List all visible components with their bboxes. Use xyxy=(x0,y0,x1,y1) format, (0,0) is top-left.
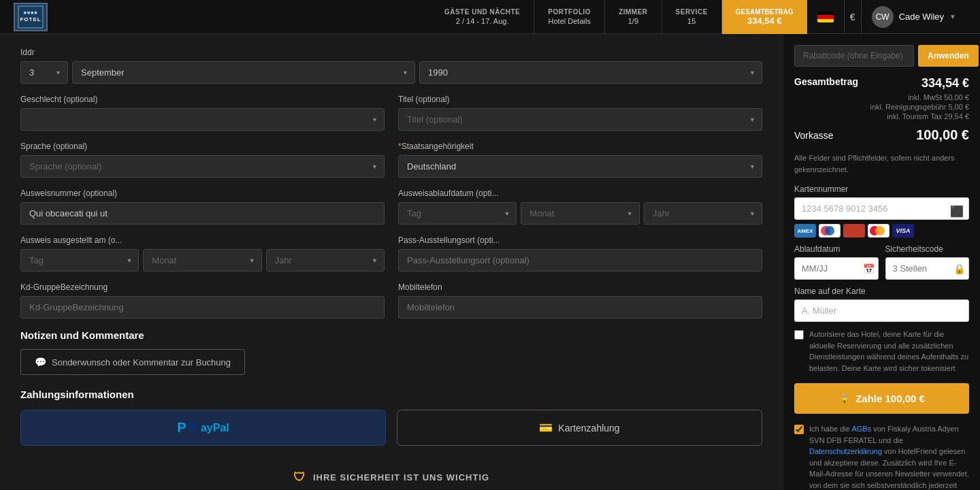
sicherheitscode-input-wrap: 🔒 xyxy=(885,257,970,280)
required-note: Alle Felder sind Pflichtfelder, sofern n… xyxy=(794,152,969,175)
ablauf-tag-select[interactable]: Tag xyxy=(398,202,517,225)
authorize-text: Autorisiere das Hotel, deine Karte für d… xyxy=(809,329,969,374)
notizen-title: Notizen und Kommentare xyxy=(20,329,762,341)
currency-selector[interactable]: € xyxy=(845,0,862,34)
price-subtotals: inkl. MwSt 50,00 € inkl. Reinigungsgebüh… xyxy=(794,93,969,120)
kdgruppe-mobil-row: Kd-GruppeBezeichnung Mobiltelefon xyxy=(20,282,762,318)
svg-text:■■■■: ■■■■ xyxy=(24,10,38,15)
ablauf-jahr-select[interactable]: Jahr xyxy=(644,202,762,225)
agb-link1[interactable]: AGBs xyxy=(851,425,871,433)
kartennummer-label: Kartennummer xyxy=(794,184,969,194)
agb-text: Ich habe die AGBs von Fiskaly Austria Ad… xyxy=(809,423,969,490)
user-avatar: CW xyxy=(872,6,894,28)
sonderwunsch-button[interactable]: 💬 Sonderwunsch oder Kommentar zur Buchun… xyxy=(20,349,245,375)
nav-zimmer[interactable]: ZIMMER 1/9 xyxy=(605,0,662,34)
payment-buttons-row: P P ayPal 💳 Kartenzahlung xyxy=(20,410,762,446)
authorize-checkbox[interactable] xyxy=(794,330,804,340)
kdgruppe-label: Kd-GruppeBezeichnung xyxy=(20,282,385,292)
ausweisnummer-group: Ausweisnummer (optional) xyxy=(20,189,385,225)
iddr-group: Iddr 3 September 1990 xyxy=(20,48,762,84)
user-menu[interactable]: CW Cade Wiley ▼ xyxy=(862,6,966,28)
nav-zimmer-value: 1/9 xyxy=(628,17,638,25)
ausweis-row: Ausweisnummer (optional) Ausweisablaufda… xyxy=(20,189,762,225)
promo-input[interactable] xyxy=(794,45,914,67)
titel-label: Titel (optional) xyxy=(398,95,762,104)
ausgestellt-label: Ausweis ausgestellt am (o... xyxy=(20,235,385,245)
iddr-number-select[interactable]: 3 xyxy=(20,61,68,84)
sidebar: Anwenden Gesamtbetrag 334,54 € inkl. MwS… xyxy=(783,34,980,490)
kartenzahlung-button[interactable]: 💳 Kartenzahlung xyxy=(397,410,762,446)
vorkasse-value: 100,00 € xyxy=(916,127,969,143)
agb-link2[interactable]: Datenschutzerklärung xyxy=(809,447,882,455)
titel-select[interactable]: Titel (optional) xyxy=(398,108,762,131)
notizen-section: Notizen und Kommentare 💬 Sonderwunsch od… xyxy=(20,329,762,375)
geschlecht-group: Geschlecht (optional) xyxy=(20,95,385,131)
iddr-month-select[interactable]: September xyxy=(72,61,415,84)
form-area: Iddr 3 September 1990 Geschlecht (option… xyxy=(0,34,783,490)
mastercard-icon xyxy=(868,224,889,238)
nav-zimmer-label: ZIMMER xyxy=(619,8,647,16)
zahlung-title: Zahlungsinformationen xyxy=(20,389,762,400)
iddr-year-select[interactable]: 1990 xyxy=(419,61,762,84)
agb-checkbox[interactable] xyxy=(794,425,804,434)
ausgestellt-tag-select[interactable]: Tag xyxy=(20,249,139,272)
sicherheitscode-label: Sicherheitscode xyxy=(885,244,970,254)
nav-service-value: 15 xyxy=(687,17,696,25)
ablaufdatum-group-sidebar: Ablaufdatum 📅 xyxy=(794,244,879,280)
promo-button[interactable]: Anwenden xyxy=(918,45,979,67)
ausgestellt-pass-row: Ausweis ausgestellt am (o... Tag Monat xyxy=(20,235,762,272)
geschlecht-select[interactable] xyxy=(20,108,385,131)
paypal-text: ayPal xyxy=(201,422,229,434)
logo[interactable]: ■■■■ FOTEL xyxy=(14,3,48,31)
name-card-label: Name auf der Karte xyxy=(794,287,969,296)
geschlecht-titel-row: Geschlecht (optional) Titel (optional) T… xyxy=(20,95,762,131)
card-icon: 💳 xyxy=(539,421,553,434)
language-selector[interactable] xyxy=(807,0,845,34)
nav-gesamtbetrag[interactable]: GESAMTBETRAG 334,54 € xyxy=(722,0,807,34)
staatsangehoerigkeit-select[interactable]: Deutschland xyxy=(398,155,762,178)
expiry-cvv-row: Ablaufdatum 📅 Sicherheitscode 🔒 xyxy=(794,244,969,280)
nav-gaeste-value: 2 / 14 - 17. Aug. xyxy=(456,17,509,25)
geschlecht-label: Geschlecht (optional) xyxy=(20,95,385,104)
tourism-text: inkl. Tourism Tax 29,54 € xyxy=(794,112,969,120)
kdgruppe-input[interactable] xyxy=(20,296,385,318)
staatsangehoerigkeit-group: *Staatsangehörigkeit Deutschland xyxy=(398,142,762,178)
shield-icon: 🛡 xyxy=(293,470,306,485)
name-card-input[interactable] xyxy=(794,299,969,322)
kartennummer-input[interactable] xyxy=(794,197,969,220)
pass-ausstellungsort-input[interactable] xyxy=(398,249,762,272)
agb-row: Ich habe die AGBs von Fiskaly Austria Ad… xyxy=(794,423,969,490)
titel-group: Titel (optional) Titel (optional) xyxy=(398,95,762,131)
gesamtbetrag-value: 334,54 € xyxy=(921,76,969,91)
ausweisnummer-label: Ausweisnummer (optional) xyxy=(20,189,385,198)
ablaufdatum-label-sidebar: Ablaufdatum xyxy=(794,244,879,254)
nav-service[interactable]: SERVICE 15 xyxy=(662,0,722,34)
promo-row: Anwenden xyxy=(794,45,969,67)
mobiltelefon-input[interactable] xyxy=(398,296,762,318)
vorkasse-label: Vorkasse xyxy=(794,130,834,141)
ablauf-monat-select[interactable]: Monat xyxy=(521,202,639,225)
nav-portfolio[interactable]: PORTFOLIO Hotel Details xyxy=(534,0,605,34)
nav-gesamtbetrag-label: GESAMTBETRAG xyxy=(736,8,794,16)
ausgestellt-jahr-select[interactable]: Jahr xyxy=(266,249,385,272)
ausweisnummer-input[interactable] xyxy=(20,202,385,225)
pay-button[interactable]: 🔒 Zahle 100,00 € xyxy=(794,383,969,414)
sprache-select[interactable]: Sprache (optional) xyxy=(20,155,385,178)
ausgestellt-group: Ausweis ausgestellt am (o... Tag Monat xyxy=(20,235,385,272)
paypal-logo: P P ayPal xyxy=(177,420,229,436)
ablaufdatum-group: Ausweisablaufdatum (opti... Tag Monat xyxy=(398,189,762,225)
visa-icon: VISA xyxy=(892,224,914,238)
ablaufdatum-label: Ausweisablaufdatum (opti... xyxy=(398,189,762,198)
header: ■■■■ FOTEL GÄSTE UND NÄCHTE 2 / 14 - 17.… xyxy=(0,0,980,34)
security-banner: 🛡 IHRE SICHERHEIT IST UNS WICHTIG xyxy=(20,459,762,490)
mobiltelefon-label: Mobiltelefon xyxy=(398,282,762,292)
sicherheitscode-group: Sicherheitscode 🔒 xyxy=(885,244,970,280)
nav-portfolio-label: PORTFOLIO xyxy=(548,8,591,16)
nav-gaeste[interactable]: GÄSTE UND NÄCHTE 2 / 14 - 17. Aug. xyxy=(431,0,534,34)
main-container: Iddr 3 September 1990 Geschlecht (option… xyxy=(0,34,980,490)
iddr-row: Iddr 3 September 1990 xyxy=(20,48,762,84)
ausgestellt-monat-select[interactable]: Monat xyxy=(143,249,261,272)
agb-text-1: Ich habe die xyxy=(809,425,851,433)
svg-text:FOTEL: FOTEL xyxy=(20,16,41,22)
paypal-button[interactable]: P P ayPal xyxy=(20,410,386,446)
